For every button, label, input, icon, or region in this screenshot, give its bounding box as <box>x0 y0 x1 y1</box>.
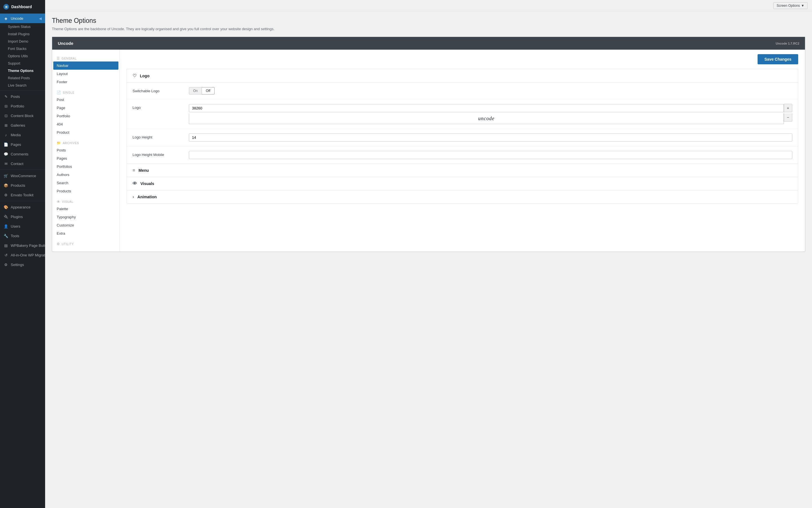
sidebar-logo-label: Dashboard <box>11 4 32 9</box>
logo-remove-button[interactable]: − <box>784 113 792 122</box>
sidebar-item-plugins[interactable]: 🔌Plugins <box>0 212 45 221</box>
accordion-visuals-header[interactable]: 👁 Visuals <box>127 177 798 190</box>
nav-item-product[interactable]: Product <box>52 128 120 136</box>
nav-item-palette[interactable]: Palette <box>52 205 120 213</box>
logo-preview: uncode <box>189 113 784 124</box>
logo-height-mobile-control <box>189 151 792 159</box>
sidebar-item-tools[interactable]: 🔧Tools <box>0 231 45 241</box>
sidebar-item-appearance[interactable]: 🎨Appearance <box>0 202 45 212</box>
nav-item-extra[interactable]: Extra <box>52 229 120 238</box>
nav-section-visual-label: VISUAL <box>62 200 73 203</box>
sidebar-item-contact[interactable]: ✉Contact <box>0 159 45 168</box>
panel-header: Uncode Uncode 1.7.RC2 <box>52 37 805 50</box>
options-content: Save Changes ♡ Logo Switchable Logo <box>120 50 805 252</box>
sidebar-item-content-block[interactable]: ⊡Content Block <box>0 111 45 120</box>
logo-media-group: + uncode <box>189 104 792 124</box>
submenu-font-stacks[interactable]: Font Stacks <box>0 45 45 52</box>
sidebar-logo[interactable]: ⊞ Dashboard <box>0 0 45 13</box>
submenu-live-search[interactable]: Live Search <box>0 82 45 89</box>
sidebar-item-envato[interactable]: ⚙Envato Toolkit <box>0 190 45 200</box>
nav-item-navbar[interactable]: Navbar <box>53 61 119 70</box>
toggle-off-button[interactable]: Off <box>202 87 215 94</box>
nav-item-posts-arch[interactable]: Posts <box>52 146 120 154</box>
nav-item-post[interactable]: Post <box>52 96 120 104</box>
nav-section-visual: 👁 VISUAL <box>52 198 120 205</box>
logo-minus-col: − <box>784 113 792 124</box>
logo-text-input[interactable] <box>189 104 784 112</box>
sidebar-item-comments[interactable]: 💬Comments <box>0 149 45 159</box>
sidebar-item-wpbakery[interactable]: ▤WPBakery Page Builder <box>0 241 45 250</box>
sidebar-item-products[interactable]: 📦Products <box>0 180 45 190</box>
nav-item-authors-arch[interactable]: Authors <box>52 171 120 179</box>
page-description: Theme Options are the backbone of Uncode… <box>52 27 805 31</box>
portfolio-icon: ⊟ <box>3 103 8 109</box>
comments-icon: 💬 <box>3 152 8 157</box>
save-changes-button[interactable]: Save Changes <box>758 54 798 64</box>
nav-item-portfolio[interactable]: Portfolio <box>52 112 120 120</box>
nav-item-layout[interactable]: Layout <box>52 70 120 78</box>
logo-input-row: + <box>189 104 792 112</box>
sidebar-item-uncode[interactable]: ◈ Uncode ◀ <box>0 13 45 23</box>
accordion-menu: ≡ Menu <box>127 164 798 177</box>
topbar: Screen Options ▼ <box>45 0 812 11</box>
submenu-theme-options[interactable]: Theme Options <box>0 67 45 75</box>
panel-body: ☰ GENERAL Navbar Layout Footer 📄 SINGLE … <box>52 50 805 252</box>
wpbakery-icon: ▤ <box>3 243 8 248</box>
sidebar-item-allinone[interactable]: ↺All-in-One WP Migration <box>0 250 45 260</box>
logo-height-label: Logo Height <box>133 133 189 139</box>
nav-section-general-label: GENERAL <box>62 57 77 60</box>
nav-section-single-label: SINGLE <box>63 91 75 94</box>
sidebar-item-media[interactable]: ♪Media <box>0 130 45 140</box>
archives-section-icon: 📁 <box>57 141 61 145</box>
screen-options-label: Screen Options <box>776 4 800 8</box>
allinone-icon: ↺ <box>3 252 8 257</box>
options-nav: ☰ GENERAL Navbar Layout Footer 📄 SINGLE … <box>52 50 120 252</box>
switchable-logo-control: On Off <box>189 87 792 94</box>
submenu-related-posts[interactable]: Related Posts <box>0 75 45 82</box>
logo-preview-col: uncode <box>189 113 784 124</box>
sidebar-item-pages[interactable]: 📄Pages <box>0 140 45 149</box>
heart-icon: ♡ <box>133 73 136 78</box>
submenu-support[interactable]: Support <box>0 60 45 67</box>
nav-item-pages-arch[interactable]: Pages <box>52 154 120 163</box>
nav-item-page[interactable]: Page <box>52 104 120 112</box>
nav-item-search-arch[interactable]: Search <box>52 179 120 187</box>
toggle-on-button[interactable]: On <box>189 87 202 94</box>
nav-item-typography[interactable]: Typography <box>52 213 120 221</box>
sidebar-item-settings[interactable]: ⚙Settings <box>0 260 45 269</box>
chevron-down-icon: ▼ <box>801 4 804 8</box>
accordion-logo-title: Logo <box>140 74 149 78</box>
nav-item-404[interactable]: 404 <box>52 120 120 128</box>
sidebar-item-users[interactable]: 👤Users <box>0 221 45 231</box>
submenu-options-utils[interactable]: Options Utils <box>0 52 45 60</box>
nav-item-customize[interactable]: Customize <box>52 221 120 229</box>
sidebar-item-woocommerce[interactable]: 🛒WooCommerce <box>0 171 45 180</box>
logo-preview-row: uncode − <box>189 113 792 124</box>
sidebar-item-portfolio[interactable]: ⊟Portfolio <box>0 101 45 111</box>
accordion-menu-header[interactable]: ≡ Menu <box>127 164 798 177</box>
submenu-install-plugins[interactable]: Install Plugins <box>0 31 45 38</box>
logo-height-input[interactable] <box>189 133 792 141</box>
nav-item-footer[interactable]: Footer <box>52 78 120 86</box>
accordion-animation-header[interactable]: › Animation <box>127 190 798 203</box>
tools-icon: 🔧 <box>3 233 8 238</box>
logo-add-button[interactable]: + <box>784 104 792 112</box>
sidebar-item-galleries[interactable]: ⊞Galleries <box>0 120 45 130</box>
settings-icon: ⚙ <box>3 262 8 267</box>
sidebar-item-label: Uncode <box>11 16 24 20</box>
logo-height-mobile-input[interactable] <box>189 151 792 159</box>
nav-item-portfolios-arch[interactable]: Portfolios <box>52 163 120 171</box>
submenu-import-demo[interactable]: Import Demo <box>0 38 45 45</box>
accordion-logo-header[interactable]: ♡ Logo <box>127 69 798 82</box>
screen-options-button[interactable]: Screen Options ▼ <box>773 2 808 9</box>
sidebar-item-posts[interactable]: ✎Posts <box>0 92 45 101</box>
products-icon: 📦 <box>3 183 8 188</box>
switchable-logo-label: Switchable Logo <box>133 87 189 93</box>
menu-icon: ≡ <box>133 168 135 173</box>
users-icon: 👤 <box>3 224 8 229</box>
switchable-logo-toggle: On Off <box>189 87 792 94</box>
nav-item-products-arch[interactable]: Products <box>52 187 120 195</box>
submenu-system-status[interactable]: System Status <box>0 23 45 31</box>
save-button-row: Save Changes <box>127 54 798 64</box>
page-title: Theme Options <box>52 17 805 25</box>
